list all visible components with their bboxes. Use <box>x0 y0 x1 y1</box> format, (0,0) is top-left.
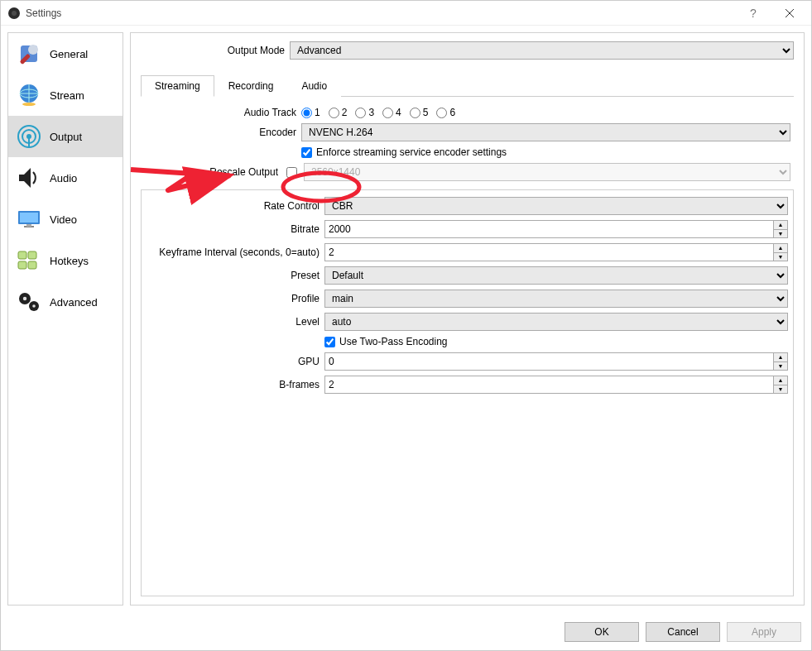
sidebar-item-label: Audio <box>50 172 77 184</box>
sidebar-item-general[interactable]: General <box>8 33 123 74</box>
dialog-buttons: OK Cancel Apply <box>1 612 811 650</box>
apply-button: Apply <box>727 622 801 642</box>
audio-track-group: 1 2 3 4 5 6 <box>301 107 455 118</box>
sidebar-item-video[interactable]: Video <box>8 199 123 240</box>
tab-recording[interactable]: Recording <box>214 75 288 97</box>
output-mode-label: Output Mode <box>141 45 290 56</box>
sidebar-item-hotkeys[interactable]: Hotkeys <box>8 240 123 281</box>
keyboard-icon <box>15 247 43 275</box>
rate-control-select[interactable]: CBR <box>324 197 788 215</box>
speaker-icon <box>15 164 43 192</box>
audio-track-2[interactable]: 2 <box>329 107 348 118</box>
tab-audio[interactable]: Audio <box>287 75 341 97</box>
rescale-label: Rescale Output <box>144 166 283 178</box>
enforce-encoder-checkbox[interactable]: Enforce streaming service encoder settin… <box>301 146 507 158</box>
gpu-input[interactable] <box>324 352 774 371</box>
two-pass-checkbox[interactable]: Use Two-Pass Encoding <box>324 336 448 347</box>
audio-track-4[interactable]: 4 <box>382 107 401 118</box>
svg-point-5 <box>28 45 38 55</box>
gears-icon <box>15 288 43 316</box>
sidebar-item-label: Output <box>50 131 82 143</box>
app-logo-icon <box>7 7 21 20</box>
sidebar-item-label: General <box>50 48 88 60</box>
audio-track-6[interactable]: 6 <box>436 107 455 118</box>
svg-point-24 <box>23 297 26 300</box>
close-button[interactable] <box>771 1 808 26</box>
window-title: Settings <box>26 7 735 19</box>
keyframe-stepper[interactable]: ▲▼ <box>774 243 788 261</box>
gpu-stepper[interactable]: ▲▼ <box>774 352 788 371</box>
svg-rect-13 <box>28 138 30 146</box>
preset-select[interactable]: Default <box>324 266 788 285</box>
svg-rect-18 <box>18 251 26 259</box>
sidebar-item-label: Advanced <box>50 296 98 309</box>
svg-rect-15 <box>20 213 38 223</box>
gpu-label: GPU <box>147 356 324 367</box>
svg-point-1 <box>12 11 17 16</box>
level-select[interactable]: auto <box>324 313 788 331</box>
level-label: Level <box>147 316 324 328</box>
broadcast-icon <box>15 122 43 151</box>
sidebar-item-label: Hotkeys <box>50 255 89 267</box>
sidebar-item-label: Video <box>50 213 77 226</box>
output-tabs: Streaming Recording Audio <box>141 74 794 97</box>
audio-track-1[interactable]: 1 <box>301 107 320 118</box>
output-mode-select[interactable]: Advanced <box>290 41 794 60</box>
rate-control-label: Rate Control <box>147 200 324 212</box>
keyframe-label: Keyframe Interval (seconds, 0=auto) <box>147 247 324 258</box>
title-bar: Settings ? <box>1 1 811 26</box>
tab-streaming[interactable]: Streaming <box>141 75 214 97</box>
rescale-select: 2560x1440 <box>304 163 790 181</box>
profile-select[interactable]: main <box>324 290 788 308</box>
audio-track-5[interactable]: 5 <box>410 107 429 118</box>
bframes-label: B-frames <box>147 379 324 390</box>
encoder-label: Encoder <box>144 127 301 138</box>
svg-point-25 <box>32 304 36 308</box>
output-settings-panel: Output Mode Advanced Streaming Recording… <box>130 32 805 606</box>
bframes-input[interactable] <box>324 376 774 394</box>
rescale-checkbox[interactable] <box>286 167 297 178</box>
profile-label: Profile <box>147 293 324 304</box>
audio-track-3[interactable]: 3 <box>355 107 374 118</box>
globe-icon <box>15 81 43 109</box>
ok-button[interactable]: OK <box>565 622 639 642</box>
bitrate-label: Bitrate <box>147 223 324 235</box>
sidebar-item-advanced[interactable]: Advanced <box>8 281 123 323</box>
help-button[interactable]: ? <box>735 1 771 26</box>
wrench-icon <box>15 40 43 68</box>
monitor-icon <box>15 205 43 233</box>
svg-rect-17 <box>26 224 31 227</box>
audio-track-label: Audio Track <box>144 107 301 118</box>
svg-rect-19 <box>28 251 36 259</box>
cancel-button[interactable]: Cancel <box>646 622 720 642</box>
svg-rect-21 <box>28 261 36 269</box>
sidebar-item-audio[interactable]: Audio <box>8 157 123 199</box>
svg-rect-20 <box>18 261 26 269</box>
keyframe-input[interactable] <box>324 243 774 261</box>
encoder-select[interactable]: NVENC H.264 <box>301 123 790 141</box>
encoder-settings-group: Rate Control CBR Bitrate ▲▼ Keyframe Int… <box>141 189 794 596</box>
bframes-stepper[interactable]: ▲▼ <box>774 376 788 394</box>
settings-sidebar: General Stream Output Audio Video <box>7 32 123 606</box>
sidebar-item-stream[interactable]: Stream <box>8 74 123 116</box>
sidebar-item-output[interactable]: Output <box>8 116 123 157</box>
preset-label: Preset <box>147 270 324 281</box>
sidebar-item-label: Stream <box>50 89 84 102</box>
bitrate-input[interactable] <box>324 220 774 238</box>
svg-point-9 <box>22 103 36 106</box>
bitrate-stepper[interactable]: ▲▼ <box>774 220 788 238</box>
